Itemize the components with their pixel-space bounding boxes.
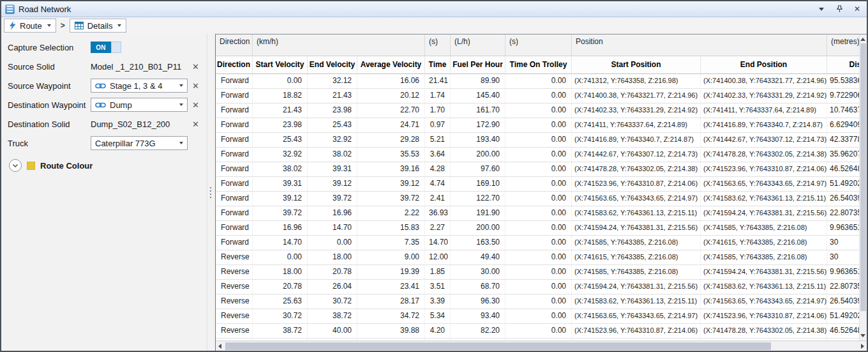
cell-direction: Forward xyxy=(216,236,253,250)
cell-time: 21.41 xyxy=(425,74,451,88)
route-colour-label: Route Colour xyxy=(40,161,93,171)
column-header-distance[interactable]: Distance xyxy=(827,56,859,74)
chevron-down-icon xyxy=(13,164,18,167)
cell-start-velocity: 25.63 xyxy=(253,295,308,309)
table-row[interactable]: Reverse18.0020.7819.391.8530.000.00(X:74… xyxy=(216,265,859,280)
vertical-scrollbar[interactable] xyxy=(859,34,867,341)
cell-time-on-trolley: 0.00 xyxy=(505,295,572,309)
table-row[interactable]: Forward39.3139.1239.124.74169.100.00(X:7… xyxy=(216,177,859,192)
table-row[interactable]: Reverse25.6330.7228.173.3996.300.00(X:74… xyxy=(216,295,859,309)
source-waypoint-dropdown[interactable]: Stage 1, 3 & 4 xyxy=(91,79,188,93)
cell-time-on-trolley: 0.00 xyxy=(505,118,572,132)
column-header-start-position[interactable]: Start Position xyxy=(572,56,701,74)
cell-start-position: (X:741523.96, Y:7643310.87, Z:214.06) xyxy=(572,177,701,191)
cell-end-position: (X:741400.38, Y:7643321.77, Z:214.96) xyxy=(701,74,827,88)
close-button[interactable]: ✕ xyxy=(853,4,862,13)
cell-time: 1.74 xyxy=(425,89,451,103)
details-button-label: Details xyxy=(87,21,113,31)
toggle-knob xyxy=(111,42,121,53)
cell-end-position: (X:741583.62, Y:7643361.13, Z:215.11) xyxy=(701,280,827,294)
source-solid-value: Model _1_210_B01_P11 xyxy=(91,62,181,72)
column-header-end-velocity[interactable]: End Velocity xyxy=(308,56,357,74)
column-header-time-on-trolley[interactable]: Time On Trolley xyxy=(505,56,572,74)
cell-time: 12.00 xyxy=(425,250,451,264)
column-header-average-velocity[interactable]: Average Velocity xyxy=(357,56,425,74)
pin-icon xyxy=(836,5,843,13)
cell-time: 14.70 xyxy=(425,236,451,250)
scroll-left-icon[interactable] xyxy=(218,344,221,349)
pin-button[interactable] xyxy=(835,4,844,13)
group-header-s: (s) xyxy=(425,34,451,56)
destination-solid-value: Dump_S02_B12_200 xyxy=(91,119,170,129)
cell-start-velocity: 18.00 xyxy=(253,265,308,279)
cell-time: 3.64 xyxy=(425,148,451,162)
cell-end-velocity: 23.98 xyxy=(308,103,357,118)
table-row[interactable]: Forward18.8221.4320.121.74145.400.00(X:7… xyxy=(216,89,859,103)
table-row[interactable]: Forward32.9238.0235.533.64200.000.00(X:7… xyxy=(216,148,859,162)
scroll-up-icon[interactable] xyxy=(860,38,865,41)
horizontal-scroll-thumb[interactable] xyxy=(225,342,771,350)
table-row[interactable]: Forward25.4332.9229.285.21193.400.00(X:7… xyxy=(216,133,859,148)
toolbar: Route > Details xyxy=(1,17,867,34)
titlebar[interactable]: Road Network ✕ xyxy=(1,1,867,17)
truck-dropdown[interactable]: Caterpillar 773G xyxy=(91,136,188,150)
scroll-down-icon[interactable] xyxy=(860,334,865,337)
column-header-direction[interactable]: Direction xyxy=(216,56,253,74)
column-header-start-velocity[interactable]: Start Velocity xyxy=(253,56,308,74)
table-row[interactable]: Reverse38.7240.0039.884.2082.200.00(X:74… xyxy=(216,324,859,339)
table-row[interactable]: Reverse30.7238.7234.725.3493.400.00(X:74… xyxy=(216,309,859,324)
cell-time: 0.97 xyxy=(425,118,451,132)
table-row[interactable]: Reverse0.0018.009.0012.0049.400.00(X:741… xyxy=(216,250,859,265)
cell-distance: 30 xyxy=(827,236,859,250)
cell-end-position: (X:741411, Y:7643337.64, Z:214.89) xyxy=(701,103,827,118)
cell-distance: 30 xyxy=(827,250,859,264)
cell-direction: Reverse xyxy=(216,250,253,264)
window-menu-button[interactable] xyxy=(817,4,826,13)
table-row[interactable]: Forward21.4323.9822.701.70161.700.00(X:7… xyxy=(216,103,859,118)
table-row[interactable]: Forward14.700.007.3514.70163.500.00(X:74… xyxy=(216,236,859,250)
scroll-right-icon[interactable] xyxy=(861,344,864,349)
table-row[interactable]: Forward39.1239.7239.722.41122.700.00(X:7… xyxy=(216,192,859,206)
cell-fuel-per-hour: 193.40 xyxy=(451,133,505,147)
route-colour-expander[interactable] xyxy=(9,159,22,172)
source-waypoint-remove-icon[interactable]: ✕ xyxy=(191,81,200,91)
cell-start-position: (X:741442.67, Y:7643307.12, Z:214.73) xyxy=(572,148,701,162)
cell-time: 4.28 xyxy=(425,162,451,176)
horizontal-scrollbar[interactable] xyxy=(216,341,867,351)
vertical-scroll-thumb[interactable] xyxy=(860,43,866,311)
table-row[interactable]: Forward23.9825.4324.710.97172.900.00(X:7… xyxy=(216,118,859,133)
column-header-end-position[interactable]: End Position xyxy=(701,56,827,74)
details-button[interactable]: Details xyxy=(70,19,127,33)
cell-end-position: (X:741563.65, Y:7643343.65, Z:214.97) xyxy=(701,177,827,191)
table-row[interactable]: Reverse20.7826.0423.413.5168.700.00(X:74… xyxy=(216,280,859,295)
cell-fuel-per-hour: 191.90 xyxy=(451,206,505,220)
route-button[interactable]: Route xyxy=(4,19,56,33)
horizontal-scroll-track[interactable] xyxy=(224,342,858,350)
table-row[interactable]: Forward39.7216.962.2236.93191.900.00(X:7… xyxy=(216,206,859,221)
capture-selection-toggle[interactable]: ON xyxy=(91,42,121,53)
destination-waypoint-remove-icon[interactable]: ✕ xyxy=(191,100,200,110)
cell-end-position: (X:741523.96, Y:7643310.87, Z:214.06) xyxy=(701,309,827,323)
cell-time-on-trolley: 0.00 xyxy=(505,250,572,264)
source-waypoint-row: Source Waypoint Stage 1, 3 & 4 ✕ xyxy=(8,79,200,93)
table-row[interactable]: Forward38.0239.3139.164.2897.600.00(X:74… xyxy=(216,162,859,177)
table-row[interactable]: Forward16.9614.7015.832.27200.000.00(X:7… xyxy=(216,221,859,236)
source-solid-remove-icon[interactable]: ✕ xyxy=(191,62,200,72)
column-header-time[interactable]: Time xyxy=(425,56,451,74)
details-table-panel: Direction(km/h)(s)(L/h)(s)Position(metre… xyxy=(215,34,867,351)
cell-start-velocity: 39.31 xyxy=(253,177,308,191)
cell-time: 4.74 xyxy=(425,177,451,191)
cell-end-position: (X:741478.28, Y:7643302.05, Z:214.38) xyxy=(701,148,827,162)
column-header-fuel-per-hour[interactable]: Fuel Per Hour xyxy=(451,56,505,74)
destination-waypoint-dropdown[interactable]: Dump xyxy=(91,98,188,112)
cell-average-velocity: 20.12 xyxy=(357,89,425,103)
cell-fuel-per-hour: 200.00 xyxy=(451,221,505,235)
cell-time-on-trolley: 0.00 xyxy=(505,206,572,220)
cell-end-velocity: 32.12 xyxy=(308,74,357,88)
table-row[interactable]: Forward0.0032.1216.0621.4189.900.00(X:74… xyxy=(216,74,859,89)
destination-solid-remove-icon[interactable]: ✕ xyxy=(191,119,200,129)
panel-splitter[interactable] xyxy=(207,34,215,351)
cell-average-velocity: 9.00 xyxy=(357,250,425,264)
cell-start-position: (X:741402.33, Y:7643331.29, Z:214.92) xyxy=(572,103,701,118)
route-colour-swatch[interactable] xyxy=(27,162,35,170)
